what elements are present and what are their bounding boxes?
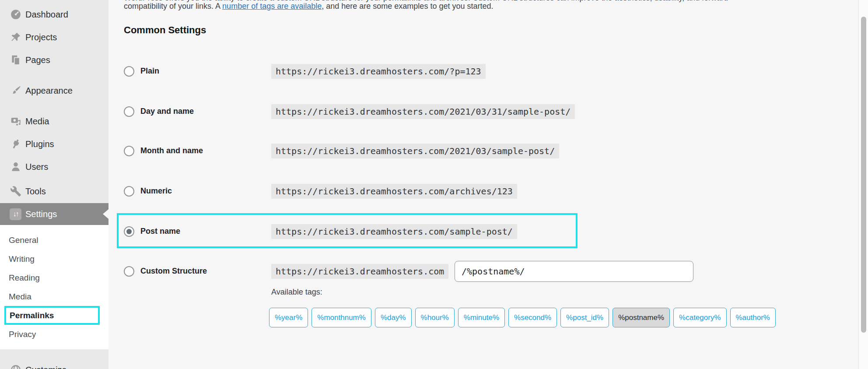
sidebar-item-media[interactable]: Media (0, 110, 108, 133)
admin-menu: Dashboard Projects Pages Appearance (0, 0, 108, 369)
submenu-item-permalinks-current[interactable]: Permalinks (4, 306, 100, 325)
sidebar-item-appearance[interactable]: Appearance (0, 79, 108, 102)
sidebar-item-label: Media (25, 116, 49, 127)
tag-button-postname-selected[interactable]: %postname% (612, 308, 670, 327)
radio-custom-structure[interactable] (124, 266, 134, 277)
tag-button-monthnum[interactable]: %monthnum% (312, 308, 371, 327)
page-scrollbar-thumb[interactable] (861, 17, 866, 333)
sidebar-item-label: Appearance (25, 86, 73, 96)
radio-numeric[interactable] (124, 186, 134, 197)
example-url-month-and-name: https://rickei3.dreamhosters.com/2021/03… (271, 144, 559, 158)
wrench-icon (10, 186, 21, 197)
intro-text-post: , and here are some examples to get you … (322, 2, 493, 11)
sidebar-item-customize[interactable]: Customize (0, 358, 108, 369)
tag-button-second[interactable]: %second% (508, 308, 557, 327)
custom-structure-input[interactable] (455, 261, 693, 282)
sidebar-item-label: Projects (25, 32, 57, 42)
intro-paragraph: compatibility of your links. A number of… (124, 2, 493, 11)
sidebar-item-label: Plugins (25, 139, 54, 149)
example-url-post-name: https://rickei3.dreamhosters.com/sample-… (271, 224, 517, 239)
available-tags-list: %year% %monthnum% %day% %hour% %minute% … (269, 308, 798, 327)
tag-button-day[interactable]: %day% (375, 308, 412, 327)
option-label-post-name[interactable]: Post name (140, 227, 180, 236)
sidebar-item-label: Pages (25, 55, 50, 65)
sidebar-item-users[interactable]: Users (0, 155, 108, 178)
user-icon (10, 161, 21, 173)
dashboard-icon (10, 9, 21, 21)
radio-day-and-name[interactable] (124, 106, 134, 117)
sidebar-item-label: Tools (25, 186, 46, 197)
option-label-day-and-name[interactable]: Day and name (140, 107, 194, 116)
submenu-item-writing[interactable]: Writing (0, 250, 108, 268)
sidebar-item-label: Users (25, 162, 48, 172)
sidebar-item-plugins[interactable]: Plugins (0, 133, 108, 155)
admin-sidebar: Dashboard Projects Pages Appearance (0, 0, 108, 369)
example-url-numeric: https://rickei3.dreamhosters.com/archive… (271, 184, 517, 199)
settings-submenu: General Writing Reading Media Permalinks… (0, 225, 108, 349)
tag-button-year[interactable]: %year% (269, 308, 308, 327)
permalink-settings-page: Dashboard Projects Pages Appearance (0, 0, 868, 369)
sidebar-item-tools[interactable]: Tools (0, 180, 108, 203)
example-url-plain: https://rickei3.dreamhosters.com/?p=123 (271, 64, 486, 79)
permalinks-content: WordPress offers you the ability to crea… (108, 0, 858, 369)
pages-icon (10, 54, 21, 66)
available-tags-label: Available tags: (271, 288, 322, 297)
submenu-item-general[interactable]: General (0, 231, 108, 250)
globe-icon (10, 364, 21, 369)
sidebar-item-settings-active[interactable]: ↓↑ Settings (0, 203, 108, 225)
plug-icon (10, 138, 21, 150)
tags-available-link[interactable]: number of tags are available (222, 2, 322, 11)
active-item-arrow (103, 209, 108, 219)
submenu-item-reading[interactable]: Reading (0, 268, 108, 287)
sidebar-item-label: Settings (25, 209, 57, 219)
tag-button-minute[interactable]: %minute% (458, 308, 505, 327)
brush-icon (10, 85, 21, 97)
radio-month-and-name[interactable] (124, 146, 134, 156)
sidebar-item-dashboard[interactable]: Dashboard (0, 3, 108, 26)
radio-plain[interactable] (124, 66, 134, 77)
sidebar-item-label: Customize (25, 365, 66, 369)
option-label-month-and-name[interactable]: Month and name (140, 146, 203, 155)
pushpin-icon (10, 32, 21, 43)
intro-text-pre: compatibility of your links. A (124, 2, 222, 11)
example-url-day-and-name: https://rickei3.dreamhosters.com/2021/03… (271, 104, 575, 119)
option-label-custom-structure[interactable]: Custom Structure (140, 267, 207, 276)
submenu-item-media[interactable]: Media (0, 287, 108, 306)
submenu-item-privacy[interactable]: Privacy (0, 325, 108, 344)
sliders-icon: ↓↑ (10, 208, 21, 220)
custom-structure-base-url: https://rickei3.dreamhosters.com (271, 264, 448, 279)
tag-button-post-id[interactable]: %post_id% (560, 308, 609, 327)
tag-button-author[interactable]: %author% (730, 308, 776, 327)
sidebar-item-label: Dashboard (25, 10, 68, 20)
page-scrollbar-track (858, 0, 868, 369)
media-icon (10, 116, 21, 127)
option-label-numeric[interactable]: Numeric (140, 186, 172, 196)
radio-post-name-selected[interactable] (124, 226, 134, 237)
sidebar-item-projects[interactable]: Projects (0, 26, 108, 49)
tag-button-hour[interactable]: %hour% (415, 308, 455, 327)
option-label-plain[interactable]: Plain (140, 67, 159, 76)
common-settings-heading: Common Settings (124, 25, 206, 36)
sidebar-item-pages[interactable]: Pages (0, 49, 108, 71)
tag-button-category[interactable]: %category% (673, 308, 726, 327)
sidebar-bottom: Customize (0, 358, 108, 369)
